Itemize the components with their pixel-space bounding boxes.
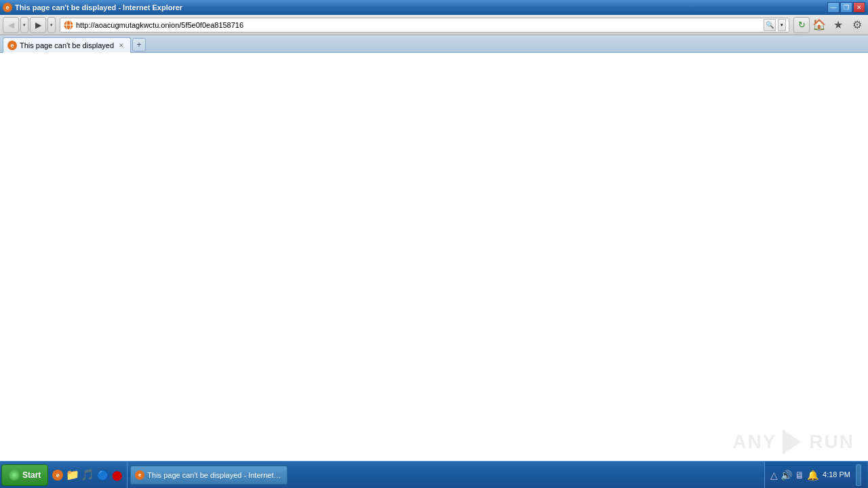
ie-icon: e bbox=[3, 3, 12, 12]
ql-media-icon[interactable]: 🎵 bbox=[81, 468, 94, 482]
nav-right-buttons: 🏠 ★ ⚙ bbox=[811, 17, 865, 33]
address-ie-icon bbox=[63, 20, 74, 30]
taskbar-item-label: This page can't be displayed - Internet … bbox=[147, 471, 283, 479]
back-button[interactable]: ◀ bbox=[3, 17, 19, 33]
watermark: ANY RUN bbox=[732, 428, 854, 455]
tab-0[interactable]: e This page can't be displayed ✕ bbox=[3, 37, 131, 53]
show-desktop-button[interactable] bbox=[856, 464, 861, 486]
ql-chrome-icon[interactable]: 🔵 bbox=[96, 468, 109, 482]
systray-network-icon[interactable]: 🖥 bbox=[795, 470, 804, 481]
window-title: This page can't be displayed - Internet … bbox=[15, 3, 182, 12]
start-label: Start bbox=[22, 470, 41, 480]
minimize-button[interactable]: — bbox=[827, 2, 840, 13]
systray-icons: △ 🔊 🖥 🔔 bbox=[770, 470, 818, 481]
address-bar-container: 🔍 ▾ bbox=[60, 18, 789, 33]
ql-ie-icon[interactable]: e bbox=[51, 468, 64, 482]
systray-speaker-icon[interactable]: 🔊 bbox=[781, 470, 792, 481]
title-bar-left: e This page can't be displayed - Interne… bbox=[3, 3, 182, 12]
navigation-bar: ◀ ▾ ▶ ▾ 🔍 ▾ ↻ 🏠 ★ ⚙ bbox=[0, 15, 868, 35]
systray-action-center[interactable]: 🔔 bbox=[807, 470, 818, 481]
taskbar-ie-icon: e bbox=[135, 470, 144, 480]
tab-close-button[interactable]: ✕ bbox=[117, 41, 126, 50]
start-button[interactable]: Start bbox=[1, 464, 48, 486]
watermark-suffix: RUN bbox=[809, 431, 854, 453]
tab-label: This page can't be displayed bbox=[20, 41, 114, 49]
svg-rect-5 bbox=[783, 430, 785, 454]
clock-display[interactable]: 4:18 PM bbox=[823, 470, 850, 479]
taskbar-item-ie[interactable]: e This page can't be displayed - Interne… bbox=[130, 466, 288, 485]
forward-dropdown[interactable]: ▾ bbox=[47, 17, 56, 33]
address-input[interactable] bbox=[76, 21, 762, 29]
ql-stop-icon[interactable]: ⬤ bbox=[111, 468, 124, 482]
watermark-text: ANY bbox=[732, 431, 776, 453]
systray-up-icon[interactable]: △ bbox=[770, 470, 778, 481]
new-tab-button[interactable]: + bbox=[132, 38, 146, 52]
forward-button[interactable]: ▶ bbox=[30, 17, 46, 33]
search-button[interactable]: 🔍 bbox=[764, 19, 776, 31]
back-dropdown[interactable]: ▾ bbox=[20, 17, 28, 33]
ql-folder-icon[interactable]: 📁 bbox=[66, 468, 79, 482]
search-dropdown[interactable]: ▾ bbox=[778, 19, 786, 31]
close-button[interactable]: ✕ bbox=[853, 2, 865, 13]
watermark-logo bbox=[779, 428, 806, 455]
taskbar: Start e 📁 🎵 🔵 ⬤ e This page can't be dis… bbox=[0, 461, 868, 488]
window-controls: — ❐ ✕ bbox=[827, 2, 865, 13]
refresh-button[interactable]: ↻ bbox=[793, 17, 810, 33]
title-bar: e This page can't be displayed - Interne… bbox=[0, 0, 868, 15]
system-tray: △ 🔊 🖥 🔔 4:18 PM bbox=[764, 462, 867, 488]
page-content bbox=[0, 53, 868, 461]
favorites-button[interactable]: ★ bbox=[830, 17, 846, 33]
start-orb-icon bbox=[9, 470, 20, 481]
restore-button[interactable]: ❐ bbox=[840, 2, 852, 13]
svg-marker-4 bbox=[785, 431, 801, 453]
taskbar-items: e This page can't be displayed - Interne… bbox=[127, 466, 764, 485]
tools-button[interactable]: ⚙ bbox=[849, 17, 865, 33]
quick-launch-bar: e 📁 🎵 🔵 ⬤ bbox=[48, 462, 127, 488]
home-button[interactable]: 🏠 bbox=[811, 17, 827, 33]
tab-ie-icon: e bbox=[7, 41, 17, 50]
tab-bar: e This page can't be displayed ✕ + bbox=[0, 35, 868, 53]
